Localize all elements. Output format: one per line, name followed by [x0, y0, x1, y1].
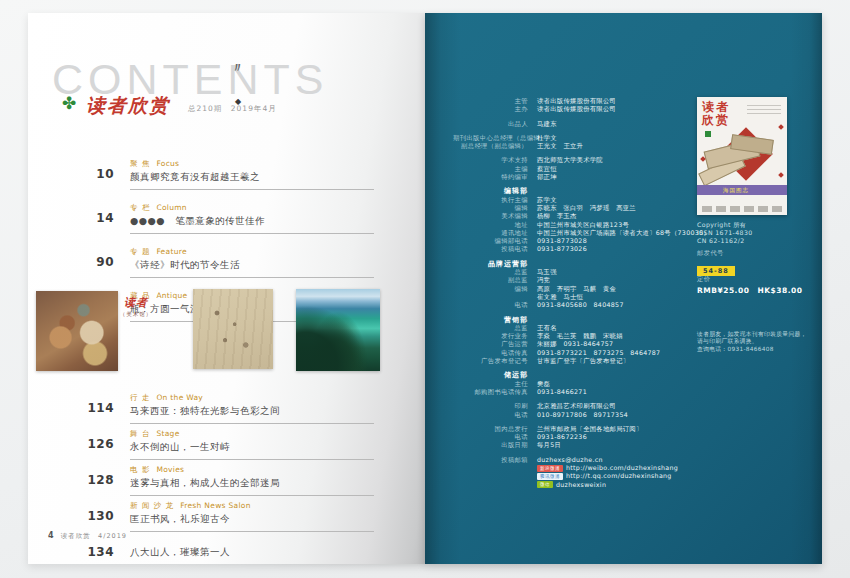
masthead-value-text: 马建东 [537, 120, 557, 127]
masthead-value: 邵正坤 [537, 173, 703, 181]
masthead-group: 主管 读者出版传媒股份有限公司 主办 读者出版传媒股份有限公司 [453, 97, 703, 114]
toc-underline [130, 459, 374, 460]
masthead-row: 印刷 北京雅昌艺术印刷有限公司 [453, 402, 703, 410]
masthead-value: 苏晓东 张白羽 冯梦瑶 高亚兰 [537, 204, 703, 212]
masthead-label: 通讯地址 [453, 229, 528, 237]
masthead-row: 副总监 冯竞 [453, 276, 703, 284]
masthead-value: 马建东 [537, 120, 703, 128]
toc-section-cn: 行 走 [130, 393, 150, 402]
masthead-row: 腾讯微博http://t.qq.com/duzhexinshang [453, 472, 703, 480]
toc-section-cn: 舞 台 [130, 429, 150, 438]
masthead-value: 西北师范大学美术学院 [537, 156, 703, 164]
issue-number: 总210期 2019年4月 [188, 104, 277, 114]
page-footer: 4读者欣赏 4/2019 [48, 531, 127, 541]
clover-logo-icon: ✤ [62, 95, 76, 112]
toc-section-label: 新 闻 沙 龙Fresh News Salon [130, 501, 384, 510]
cover-masthead-lines [747, 105, 781, 115]
masthead-row: 投稿邮箱 duzhexs@duzhe.cn [453, 456, 703, 464]
toc-section-label: 行 走On the Way [130, 393, 384, 402]
masthead-group: 品牌运营部 总监 马玉强 副总监 冯竞 编辑 高原 齐明宇 马麒 黄金 崔文雅 … [453, 260, 703, 310]
toc-underline [130, 495, 374, 496]
masthead-gutter [528, 456, 537, 464]
masthead-label: 发行业务 [453, 332, 528, 340]
masthead-value: 读者出版传媒股份有限公司 [537, 105, 703, 113]
masthead-value-text: 0931-8773026 [537, 245, 587, 252]
magazine-name: 读者欣赏 [86, 93, 170, 119]
toc-underline [130, 277, 374, 278]
masthead-gutter [528, 165, 537, 173]
toc-gutter [114, 465, 130, 496]
masthead-value-text: 甘市监广登字〔广告发布登记〕 [537, 357, 629, 364]
masthead-value: 0931-8773028 [537, 237, 703, 245]
green-seal-icon [705, 131, 711, 137]
masthead-label: 副总经理（副总编辑） [453, 142, 528, 150]
masthead-value: 0931-8672236 [537, 433, 703, 441]
masthead-value: 北京雅昌艺术印刷有限公司 [537, 402, 703, 410]
toc-section-en: On the Way [156, 393, 203, 402]
toc-entry-body: 舞 台Stage 永不倒的山，一生对峙 [130, 429, 384, 460]
masthead-value: 微信duzhexsweixin [537, 481, 703, 489]
masthead-value: 0931-8773026 [537, 245, 703, 253]
masthead-gutter [528, 229, 537, 237]
masthead-label: 主编 [453, 165, 528, 173]
masthead-value-text: 西北师范大学美术学院 [537, 156, 603, 163]
masthead-label: 国内总发行 [453, 425, 528, 433]
masthead-gutter [528, 142, 537, 150]
masthead-group: 期刊出版中心总经理（总编辑） 杜学文 副总经理（副总编辑） 王光文 王立升 [453, 134, 703, 151]
gallery-brand-subtitle: （美术馆） [106, 311, 166, 318]
masthead-value: 0931-8466271 [537, 388, 703, 396]
masthead-label: 电话 [453, 411, 528, 419]
masthead-value: 王有名 [537, 324, 703, 332]
note-line: 请与印刷厂联系调换。 [697, 338, 822, 345]
masthead-value: 兰州市邮政局〔全国各地邮局订阅〕 [537, 425, 703, 433]
masthead-row: 电话 0931-8405680 8404857 [453, 301, 703, 309]
footer-text: 读者欣赏 4/2019 [61, 532, 127, 540]
masthead-label: 学术支持 [453, 156, 528, 164]
masthead-row: 发行业务 李焱 毛兰英 魏鹏 宋晓娟 [453, 332, 703, 340]
toc-section-en: Focus [156, 159, 179, 168]
masthead-value: 崔文雅 马士恒 [537, 293, 703, 301]
copyright-line: Copyright 所有 [697, 221, 817, 229]
masthead-gutter [528, 276, 537, 284]
masthead-value-text: 苏学文 [537, 196, 557, 203]
masthead-value: 蔡宜恒 [537, 165, 703, 173]
toc-entry-body: 电 影Movies 迷雾与真相，构成人生的全部迷局 [130, 465, 384, 496]
toc-page-number: 130 [84, 501, 114, 532]
masthead-value-text: duzhexsweixin [556, 481, 606, 488]
masthead-row: 编辑 高原 齐明宇 马麒 黄金 [453, 285, 703, 293]
folio-number: 4 [48, 531, 55, 540]
masthead-gutter [528, 196, 537, 204]
masthead-group: 印刷 北京雅昌艺术印刷有限公司 电话 010-89717806 89717354 [453, 402, 703, 419]
toc-gutter [114, 429, 130, 460]
masthead-gutter [528, 425, 537, 433]
masthead-gutter [528, 349, 537, 357]
toc-section-cn: 新 闻 沙 龙 [130, 501, 174, 510]
toc-section-label: 电 影Movies [130, 465, 384, 474]
masthead-value: 中国兰州市城关区白银路123号 [537, 221, 703, 229]
masthead-value-text: 李焱 毛兰英 魏鹏 宋晓娟 [537, 332, 623, 339]
toc-page-number: 10 [84, 159, 114, 190]
toc-article-title: 匡正书风，礼乐迎古今 [130, 510, 384, 526]
masthead-value: 杜学文 [537, 134, 703, 142]
masthead-row: 广告运营 朱丽娜 0931-8464757 [453, 340, 703, 348]
toc-entry: 14 专 栏Column ●●●● 笔墨意象的传世佳作 [84, 203, 384, 234]
masthead-value-text: 冯竞 [537, 276, 550, 283]
cover-story-band: 海国图志 [697, 185, 787, 195]
masthead-row: 编辑部 [453, 187, 703, 195]
masthead-value: 腾讯微博http://t.qq.com/duzhexinshang [537, 472, 703, 480]
toc-gutter [114, 203, 130, 234]
masthead-value: 中国兰州市城关区广场南路〔读者大道〕68号（730030） [537, 229, 710, 237]
toc-section-en: Feature [156, 247, 186, 256]
masthead-gutter [528, 324, 537, 332]
toc-section-cn: 专 题 [130, 247, 150, 256]
price-label: 定价 [697, 275, 817, 284]
masthead-label: 副总监 [453, 276, 528, 284]
masthead-value [537, 187, 703, 195]
masthead-group: 编辑部 执行主编 苏学文 编辑 苏晓东 张白羽 冯梦瑶 高亚兰 美术编辑 杨柳 … [453, 187, 703, 253]
masthead-value-text: http://t.qq.com/duzhexinshang [566, 472, 672, 479]
note-line: 查询电话：0931-8466408 [697, 346, 822, 353]
masthead-gutter [528, 411, 537, 419]
masthead-gutter [528, 380, 537, 388]
toc-underline [130, 531, 374, 532]
toc-gutter [114, 159, 130, 190]
